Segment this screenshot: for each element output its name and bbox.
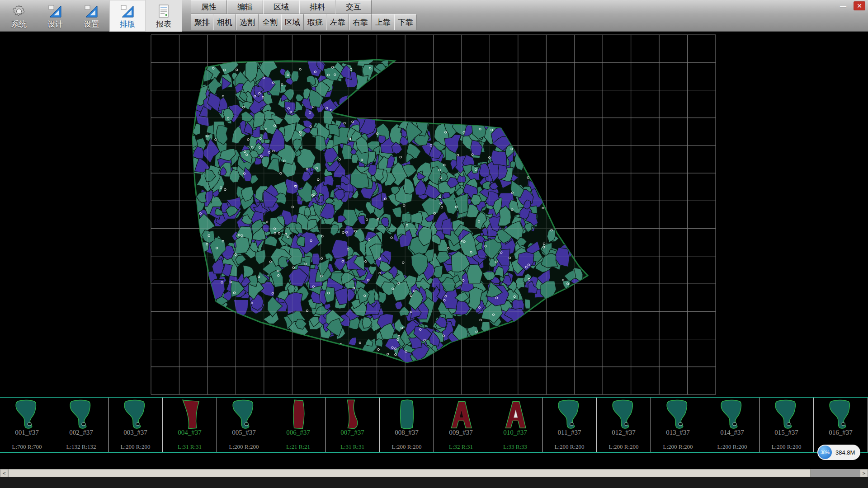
piece-lr-count: L:200 R:200 [229, 443, 259, 450]
piece-id-label: 015_#37 [774, 429, 798, 436]
menu-tab-region[interactable]: 区域 [263, 0, 299, 14]
piece-thumbnail-013_#37[interactable]: 013_#37L:200 R:200 [651, 398, 705, 452]
app-btn-label: 设计 [47, 20, 63, 28]
piece-shape-preview [65, 398, 98, 431]
piece-shape-preview [282, 398, 315, 431]
piece-shape-preview [336, 398, 369, 431]
tool-cut-all[interactable]: 全割 [259, 14, 281, 30]
memory-usage-badge: 38% 384.8M [817, 445, 860, 460]
tool-region[interactable]: 区域 [281, 14, 304, 30]
tool-defect[interactable]: 瑕疵 [304, 14, 326, 30]
piece-lr-count: L:33 R:33 [503, 443, 527, 450]
piece-id-label: 007_#37 [340, 429, 364, 436]
scrollbar-thumb[interactable] [8, 469, 811, 477]
piece-id-label: 012_#37 [612, 429, 636, 436]
piece-thumbnail-005_#37[interactable]: 005_#37L:200 R:200 [217, 398, 271, 452]
report-document-icon [156, 4, 171, 19]
piece-thumbnail-010_#37[interactable]: 010_#37L:33 R:33 [488, 398, 542, 452]
piece-lr-count: L:200 R:200 [120, 443, 150, 450]
piece-shape-preview [119, 398, 152, 431]
piece-thumbnail-016_#37[interactable]: 016_#37L:200 R:200 [814, 398, 868, 452]
piece-lr-count: L:31 R:31 [178, 443, 202, 450]
tool-align-left[interactable]: 左靠 [326, 14, 349, 30]
scroll-right-arrow[interactable]: > [860, 469, 868, 477]
app-btn-report[interactable]: 报表 [146, 0, 182, 32]
menu-tab-properties[interactable]: 属性 [191, 0, 227, 14]
piece-shape-preview [662, 398, 694, 431]
tool-select-cut[interactable]: 选割 [236, 14, 259, 30]
piece-shape-preview [770, 398, 803, 431]
piece-lr-count: L:200 R:200 [554, 443, 584, 450]
piece-id-label: 002_#37 [69, 429, 93, 436]
piece-shape-preview [608, 398, 640, 431]
piece-thumbnail-strip: 001_#37L:700 R:700002_#37L:132 R:132003_… [0, 397, 868, 453]
piece-id-label: 014_#37 [720, 429, 744, 436]
minimize-button[interactable]: — [837, 1, 849, 10]
piece-shape-preview [174, 398, 206, 431]
app-btn-label: 系统 [11, 20, 27, 28]
piece-thumbnail-006_#37[interactable]: 006_#37L:21 R:21 [271, 398, 326, 452]
piece-lr-count: L:200 R:200 [609, 443, 638, 450]
set-square-icon [120, 4, 135, 19]
piece-lr-count: L:200 R:200 [771, 443, 801, 450]
piece-thumbnail-002_#37[interactable]: 002_#37L:132 R:132 [54, 398, 108, 452]
piece-lr-count: L:31 R:31 [340, 443, 364, 450]
bottom-filler [0, 477, 868, 488]
piece-id-label: 005_#37 [232, 429, 256, 436]
app-btn-system[interactable]: 系统 [1, 0, 37, 32]
close-button[interactable]: ✕ [854, 1, 865, 10]
piece-thumbnail-011_#37[interactable]: 011_#37L:200 R:200 [542, 398, 597, 452]
window-controls: — ✕ [837, 1, 865, 10]
tool-align-top[interactable]: 上靠 [372, 14, 394, 30]
piece-shape-preview [499, 398, 532, 431]
piece-thumbnail-007_#37[interactable]: 007_#37L:31 R:31 [326, 398, 380, 452]
piece-thumbnail-015_#37[interactable]: 015_#37L:200 R:200 [760, 398, 814, 452]
piece-id-label: 013_#37 [666, 429, 690, 436]
menu-tab-nesting[interactable]: 排料 [299, 0, 335, 14]
scroll-left-arrow[interactable]: < [0, 469, 8, 477]
piece-thumbnail-001_#37[interactable]: 001_#37L:700 R:700 [0, 398, 54, 452]
piece-thumbnail-003_#37[interactable]: 003_#37L:200 R:200 [108, 398, 163, 452]
app-btn-settings[interactable]: 设置 [73, 0, 109, 32]
nesting-canvas[interactable] [0, 32, 868, 397]
tool-align-right[interactable]: 右靠 [349, 14, 372, 30]
piece-shape-preview [11, 398, 43, 431]
piece-id-label: 004_#37 [178, 429, 202, 436]
set-square-icon [47, 4, 63, 19]
piece-shape-preview [553, 398, 586, 431]
menu-tab-edit[interactable]: 编辑 [227, 0, 263, 14]
tool-cluster-nest[interactable]: 聚排 [191, 14, 213, 30]
tool-camera[interactable]: 相机 [213, 14, 236, 30]
piece-thumbnail-014_#37[interactable]: 014_#37L:200 R:200 [705, 398, 760, 452]
memory-value: 384.8M [832, 449, 859, 456]
tool-align-bottom[interactable]: 下靠 [394, 14, 417, 30]
piece-shape-preview [445, 398, 477, 431]
horizontal-scrollbar[interactable]: < > [0, 469, 868, 477]
piece-id-label: 009_#37 [449, 429, 473, 436]
piece-id-label: 010_#37 [503, 429, 527, 436]
piece-thumbnail-008_#37[interactable]: 008_#37L:200 R:200 [380, 398, 434, 452]
app-btn-design[interactable]: 设计 [37, 0, 73, 32]
piece-thumbnail-012_#37[interactable]: 012_#37L:200 R:200 [597, 398, 651, 452]
gear-icon [11, 4, 27, 19]
app-btn-label: 设置 [84, 20, 99, 28]
top-bar: 系统 设计 设置 排版 报表 属性 编辑 [0, 0, 868, 32]
piece-lr-count: L:132 R:132 [66, 443, 96, 450]
app-btn-label: 排版 [120, 20, 135, 28]
app-btn-label: 报表 [156, 20, 171, 28]
piece-id-label: 001_#37 [15, 429, 39, 436]
piece-shape-preview [716, 398, 749, 431]
piece-shape-preview [228, 398, 260, 431]
tool-button-row: 聚排 相机 选割 全割 区域 瑕疵 左靠 右靠 上靠 下靠 [191, 14, 417, 30]
piece-id-label: 016_#37 [829, 429, 853, 436]
piece-shape-preview [391, 398, 423, 431]
app-btn-layout[interactable]: 排版 [109, 0, 146, 32]
piece-shape-preview [825, 398, 857, 431]
piece-thumbnail-004_#37[interactable]: 004_#37L:31 R:31 [163, 398, 217, 452]
piece-lr-count: L:200 R:200 [717, 443, 747, 450]
menu-tab-interact[interactable]: 交互 [335, 0, 372, 14]
piece-lr-count: L:200 R:200 [392, 443, 421, 450]
piece-thumbnail-009_#37[interactable]: 009_#37L:32 R:31 [434, 398, 488, 452]
progress-circle: 38% [818, 446, 832, 459]
set-square-icon [84, 4, 99, 19]
